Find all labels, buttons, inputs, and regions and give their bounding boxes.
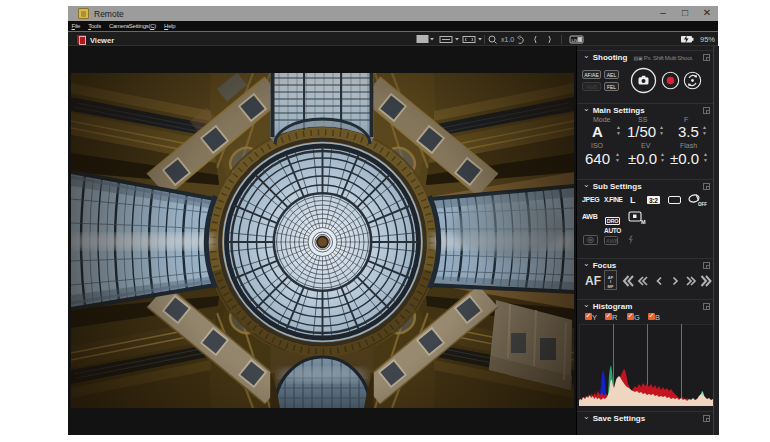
svg-text:M: M <box>641 219 646 225</box>
svg-text:95%: 95% <box>700 35 715 44</box>
svg-text:AWB: AWB <box>606 238 619 244</box>
svg-text:LIVE: LIVE <box>572 38 581 43</box>
svg-text:OFF: OFF <box>698 202 707 207</box>
svg-text:x1.0: x1.0 <box>501 36 514 43</box>
